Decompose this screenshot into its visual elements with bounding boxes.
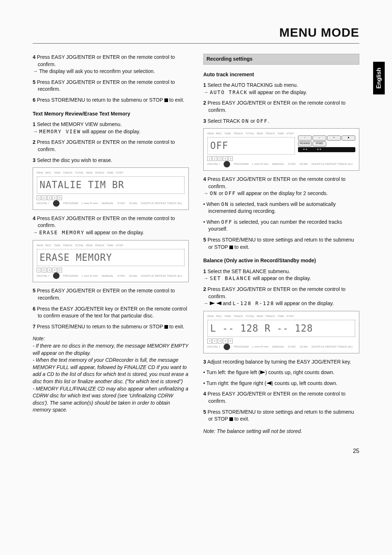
- stop-icon: [229, 417, 233, 421]
- rew-icon-button[interactable]: ◄◄: [298, 147, 312, 152]
- diagram-display: ERASE MEMORY: [37, 249, 185, 266]
- bullet-item: When OFF is selected, you can number the…: [203, 219, 359, 233]
- display-diagram: REMRECTIMETRACKTOTALREMTRACKTIMESTEP L -…: [203, 311, 359, 353]
- result-line: The display will ask you to reconfirm yo…: [38, 68, 189, 75]
- display-diagram: REMRECTIMETRACKTOTALREMTRACKTIMESTEP ERA…: [33, 240, 189, 283]
- note-item: - If there are no discs in the memory, t…: [33, 343, 189, 357]
- step: 1 Select the AUTO TRACKING sub menu. AUT…: [203, 82, 359, 96]
- subheading: Auto track increment: [203, 71, 359, 78]
- step: 4 Press EASY JOG/ENTER or ENTER on the r…: [33, 54, 189, 75]
- result-line: ERASE MEMORY will appear on the display.: [38, 229, 189, 236]
- stop-icon: [164, 98, 168, 102]
- dot-icon: [53, 200, 60, 207]
- rewind-button[interactable]: REWIND: [298, 141, 312, 146]
- diagram-bottom: DIGITAL I PROGRAML ▪▪▪▪▪ R ▪▪▪▪▪ MANUALS…: [37, 200, 185, 207]
- step: 1 Select the MEMORY VIEW submenu. MEMORY…: [33, 121, 189, 135]
- diagram-bottom: DIGITAL I PROGRAML ▪▪▪▪▪ R ▪▪▪▪▪ MANUALS…: [37, 272, 185, 279]
- result-line: ON or OFF will appear on the display for…: [208, 190, 359, 197]
- stop-icon: [164, 325, 168, 329]
- step: 3 Select the disc you wish to erase.: [33, 157, 189, 164]
- right-triangle-icon: [216, 301, 221, 305]
- right-triangle-icon: [266, 381, 271, 385]
- language-tab-label: English: [376, 68, 382, 89]
- diagram-steps: 12345: [37, 268, 185, 272]
- step: 1 Select the SET BALANCE submenu. SET BA…: [203, 268, 359, 282]
- step: 4 Press EASY JOG/ENTER or ENTER on the r…: [33, 215, 189, 236]
- note-item: Note: The balance setting will not be st…: [203, 428, 359, 435]
- result-line: and L-128 R-128 will appear on the displ…: [208, 300, 359, 307]
- diagram-display: L -- 128 R -- 128: [207, 320, 355, 337]
- note-label: Note:: [33, 335, 189, 343]
- subheading: Text Memory Review/Erase Text Memory: [33, 110, 189, 118]
- result-line: SET BALANCE will appear on the display.: [208, 275, 359, 282]
- bullet-item: Turn right: the figure right () counts u…: [203, 380, 359, 387]
- subheading: Balance (Only active in Record/Standby m…: [203, 257, 359, 264]
- diagram-top: REMRECTIMETRACKTOTALREMTRACKTIMESTEP: [207, 314, 355, 318]
- right-column: Recording settings Auto track increment …: [203, 54, 359, 435]
- ffwd-icon-button[interactable]: ►►: [313, 147, 326, 152]
- language-tab: English: [373, 62, 385, 94]
- stop-icon: [229, 246, 233, 249]
- step: 6 Press STORE/MENU to return to the subm…: [33, 97, 189, 104]
- left-column: 4 Press EASY JOG/ENTER or ENTER on the r…: [33, 54, 189, 435]
- diagram-bottom: DIGITAL I PROGRAML ▪▪▪▪▪ R ▪▪▪▪▪ MANUALS…: [207, 344, 355, 350]
- step: 5 Press STORE/MENU to store settings and…: [203, 409, 359, 423]
- diagram-steps: 12345: [207, 339, 355, 343]
- diagram-top: REMRECTIMETRACKTOTALREMTRACKTIMESTEP: [207, 131, 295, 135]
- dot-icon: [224, 344, 230, 350]
- diagram-display: NATALIE TIM BR: [37, 176, 185, 194]
- step: 5 Press EASY JOG/ENTER or ENTER on the r…: [33, 287, 189, 301]
- page-title: MENU MODE: [33, 25, 359, 40]
- step: 5 Press EASY JOG/ENTER or ENTER on the r…: [33, 79, 189, 93]
- diagram-display: OFF: [207, 137, 295, 154]
- step: 2 Press EASY JOG/ENTER or ENTER on the r…: [203, 286, 359, 307]
- display-diagram: REMRECTIMETRACKTOTALREMTRACKTIMESTEP NAT…: [33, 167, 189, 210]
- diagram-bottom: DIGITAL I PROGRAML ▪▪▪▪▪ R ▪▪▪▪▪ MANUALS…: [207, 161, 355, 167]
- divider: [33, 43, 359, 44]
- step: 5 Press STORE/MENU to store settings and…: [203, 236, 359, 251]
- display-diagram: REMRECTIMETRACKTOTALREMTRACKTIMESTEP OFF…: [203, 128, 359, 171]
- note-item: - MEMORY FULL/FINALIZE CD may also appea…: [33, 385, 189, 414]
- diagram-steps: 12345: [37, 195, 185, 200]
- section-heading: Recording settings: [203, 54, 359, 65]
- step: 2 Press EASY JOG/ENTER or ENTER on the r…: [203, 100, 359, 114]
- diagram-steps: 12345: [207, 156, 355, 161]
- left-triangle-icon: [260, 370, 265, 374]
- diagram-top: REMRECTIMETRACKTOTALREMTRACKTIMESTEP: [37, 243, 185, 247]
- step: 7 Press STORE/MENU to return to the subm…: [33, 323, 189, 331]
- left-triangle-icon: [210, 301, 215, 305]
- dot-icon: [224, 161, 230, 167]
- bullet-item: Turn left: the figure left () counts up,…: [203, 369, 359, 376]
- diagram-top: REMRECTIMETRACKTOTALREMTRACKTIMESTEP: [37, 171, 185, 175]
- step: 4 Press EASY JOG/ENTER or ENTER on the r…: [203, 390, 359, 405]
- note-item: - When the text memory of your CDRecorde…: [33, 357, 189, 385]
- step: 2 Press EASY JOG/ENTER or ENTER on the r…: [33, 139, 189, 153]
- ffwd-button[interactable]: FFWD: [313, 141, 326, 146]
- step: 3 Adjust recording balance by turning th…: [203, 358, 359, 366]
- bullet-item: When ON is selected, track numbers will …: [203, 201, 359, 215]
- result-line: MEMORY VIEW will appear on the display.: [38, 128, 189, 135]
- page-number: 25: [33, 448, 359, 454]
- transport-buttons: ‹–››■ REWINDFFWD ◄◄►►: [298, 135, 355, 152]
- step: 6 Press the EASY JOG/ENTER key or ENTER …: [33, 305, 189, 320]
- step: 4 Press EASY JOG/ENTER or ENTER on the r…: [203, 176, 359, 197]
- step: 3 Select TRACK ON or OFF.: [203, 118, 359, 125]
- result-line: AUTO TRACK will appear on the display.: [208, 89, 359, 96]
- dot-icon: [53, 272, 60, 279]
